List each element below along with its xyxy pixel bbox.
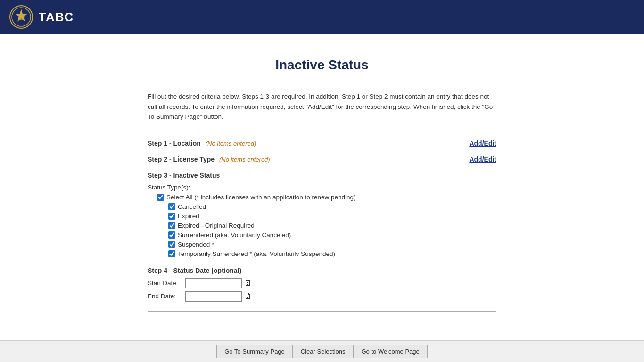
step3-section: Step 3 - Inactive Status Status Type(s):… xyxy=(148,172,496,257)
go-to-welcome-button[interactable]: Go to Welcome Page xyxy=(353,345,427,355)
checkbox-expired-input[interactable] xyxy=(168,213,175,220)
checkbox-expired-label: Expired xyxy=(178,213,199,220)
checkbox-temp-surrendered: Temporarily Surrendered * (aka. Voluntar… xyxy=(168,250,496,257)
clear-selections-button[interactable]: Clear Selections xyxy=(293,345,354,355)
checkbox-temp-surrendered-input[interactable] xyxy=(168,250,175,257)
checkbox-temp-surrendered-label: Temporarily Surrendered * (aka. Voluntar… xyxy=(178,250,335,257)
checkbox-expired-original: Expired - Original Required xyxy=(168,222,496,229)
main-content: Inactive Status Fill out the desired cri… xyxy=(138,34,506,355)
checkbox-expired-original-input[interactable] xyxy=(168,222,175,229)
step4-label: Step 4 - Status Date (optional) xyxy=(148,267,496,274)
step1-row: Step 1 - Location (No items entered) Add… xyxy=(148,140,496,147)
checkbox-suspended: Suspended * xyxy=(168,241,496,248)
step1-no-items: (No items entered) xyxy=(206,140,256,147)
step4-section: Step 4 - Status Date (optional) Start Da… xyxy=(148,267,496,302)
step1-label-group: Step 1 - Location (No items entered) xyxy=(148,140,256,147)
step1-add-edit[interactable]: Add/Edit xyxy=(469,140,496,147)
checkbox-expired: Expired xyxy=(168,213,496,220)
end-date-row: End Date: 🗓 xyxy=(148,291,496,302)
end-date-input[interactable] xyxy=(185,291,242,302)
step3-label: Step 3 - Inactive Status xyxy=(148,172,496,179)
select-all-label: Select All (* includes licenses with an … xyxy=(166,194,355,201)
select-all-item: Select All (* includes licenses with an … xyxy=(157,194,496,201)
checkbox-surrendered-label: Surrendered (aka. Voluntarily Canceled) xyxy=(178,231,291,239)
step2-label-group: Step 2 - License Type (No items entered) xyxy=(148,156,270,163)
checkbox-suspended-label: Suspended * xyxy=(178,241,214,248)
status-types-label: Status Type(s): xyxy=(148,184,496,191)
checkbox-cancelled-label: Cancelled xyxy=(178,203,206,210)
sub-checkbox-group: Cancelled Expired Expired - Original Req… xyxy=(168,203,496,257)
end-date-label: End Date: xyxy=(148,293,185,300)
checkbox-surrendered: Surrendered (aka. Voluntarily Canceled) xyxy=(168,231,496,239)
footer-buttons: Go To Summary Page Clear Selections Go t… xyxy=(0,340,644,355)
checkbox-expired-original-label: Expired - Original Required xyxy=(178,222,255,229)
end-date-calendar-icon[interactable]: 🗓 xyxy=(244,292,252,301)
select-all-checkbox[interactable] xyxy=(157,194,164,201)
checkbox-surrendered-input[interactable] xyxy=(168,231,175,239)
app-title: TABC xyxy=(39,10,74,25)
tabc-logo xyxy=(9,5,33,29)
step2-row: Step 2 - License Type (No items entered)… xyxy=(148,156,496,163)
start-date-row: Start Date: 🗓 xyxy=(148,278,496,288)
start-date-calendar-icon[interactable]: 🗓 xyxy=(244,279,252,288)
divider-1 xyxy=(148,130,496,130)
instructions-text: Fill out the desired criteria below. Ste… xyxy=(148,91,496,122)
go-to-summary-button[interactable]: Go To Summary Page xyxy=(216,345,293,355)
app-header: TABC xyxy=(0,0,644,34)
step2-label: Step 2 - License Type xyxy=(148,156,215,163)
bottom-divider xyxy=(148,311,496,312)
step1-label: Step 1 - Location xyxy=(148,140,201,147)
start-date-label: Start Date: xyxy=(148,280,185,287)
checkbox-cancelled: Cancelled xyxy=(168,203,496,210)
step2-add-edit[interactable]: Add/Edit xyxy=(469,156,496,163)
checkbox-cancelled-input[interactable] xyxy=(168,203,175,210)
checkbox-suspended-input[interactable] xyxy=(168,241,175,248)
start-date-input[interactable] xyxy=(185,278,242,288)
step2-no-items: (No items entered) xyxy=(219,156,270,163)
page-title: Inactive Status xyxy=(148,58,496,73)
checkbox-group: Select All (* includes licenses with an … xyxy=(157,194,496,257)
